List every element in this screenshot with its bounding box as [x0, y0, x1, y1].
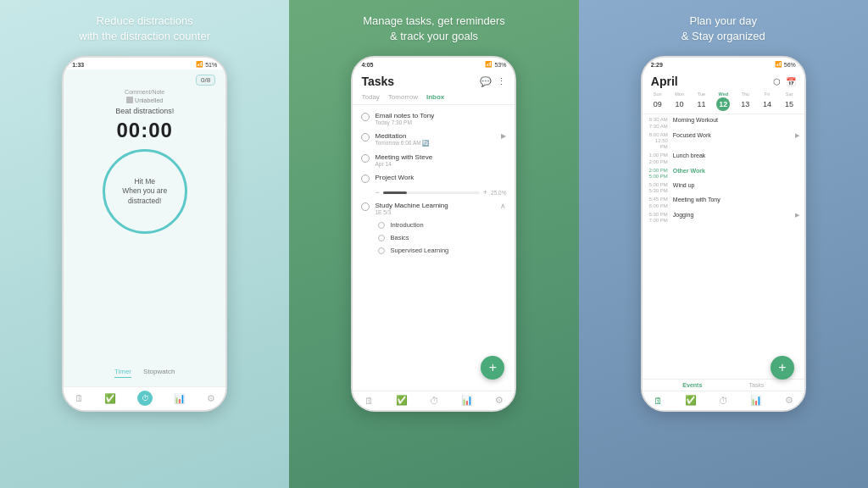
subtask-check-2[interactable] — [378, 235, 385, 241]
task-item-3[interactable]: Meeting with Steve Apr 14 — [353, 150, 515, 170]
tab-timer[interactable]: Timer — [114, 368, 131, 378]
task-item-study[interactable]: Study Machine Learning 1E 5/3 ∧ — [353, 198, 515, 219]
tab-inbox[interactable]: Inbox — [426, 93, 444, 101]
counter-badge: 0/8 — [196, 75, 215, 86]
cal-daynum-tue[interactable]: 11 — [694, 97, 708, 111]
subtask-check-3[interactable] — [378, 247, 385, 254]
task-item-2[interactable]: Meditation Tomorrow 6:00 AM 🔄 ▶ — [353, 129, 515, 150]
panel2-title: Manage tasks, get reminders & track your… — [363, 14, 505, 44]
cal-day-wed: Wed 12 — [713, 92, 733, 111]
nav-calendar-3[interactable]: 🗓 — [654, 396, 663, 406]
tab-today[interactable]: Today — [361, 93, 379, 101]
tasks-comment-icon[interactable]: 💬 — [480, 76, 492, 87]
task-check-4[interactable] — [361, 175, 370, 183]
status-signal-1: 📶 — [196, 61, 203, 68]
task-item-4[interactable]: Project Work — [353, 170, 515, 186]
note-label: Comment/Note — [125, 89, 164, 95]
task-check-2[interactable] — [361, 133, 370, 141]
nav-stats-2[interactable]: 📊 — [461, 395, 473, 406]
fab-3[interactable]: + — [771, 356, 794, 380]
cal-header: April ⬡ 📅 — [643, 69, 804, 90]
task-info-1: Email notes to Tony Today 7:30 PM — [375, 112, 506, 125]
circle-line1: Hit Me — [134, 177, 155, 187]
event-play-2[interactable]: ▶ — [795, 132, 799, 139]
subtask-introduction[interactable]: Introduction — [353, 219, 515, 231]
event-lunch: 1:00 PM2:00 PM Lunch break — [648, 152, 799, 164]
event-wind-up: 5:00 PM5:30 PM Wind up — [648, 182, 799, 194]
nav-stats-1[interactable]: 📊 — [174, 393, 186, 404]
event-time-2: 8:00 AM12:50 PM — [648, 132, 671, 151]
cal-daynum-mon[interactable]: 10 — [673, 97, 687, 111]
task-name-3: Meeting with Steve — [375, 153, 506, 161]
nav-calendar-1[interactable]: 🗓 — [75, 393, 84, 403]
tab-tomorrow[interactable]: Tomorrow — [388, 93, 418, 101]
nav-timer-active-1[interactable]: ⏱ — [137, 391, 153, 406]
cal-dayname-sun: Sun — [654, 92, 662, 97]
subtask-check-1[interactable] — [378, 222, 385, 229]
status-time-3: 2:29 — [651, 62, 663, 68]
tab-stopwatch[interactable]: Stopwatch — [143, 368, 175, 378]
tasks-tabs: Today Tomorrow Inbox — [353, 90, 515, 105]
cal-tab-events[interactable]: Events — [682, 382, 702, 388]
task-name-study: Study Machine Learning — [375, 202, 495, 209]
task-name-1: Email notes to Tony — [375, 112, 506, 119]
task-check-study[interactable] — [361, 202, 370, 211]
progress-minus[interactable]: − — [375, 188, 379, 197]
cal-day-sat: Sat 15 — [779, 92, 799, 111]
status-battery-3: 56% — [784, 62, 796, 68]
tasks-title: Tasks — [361, 75, 394, 88]
event-label-6: Meeting with Tony — [673, 197, 721, 202]
event-name-4: Other Work — [671, 168, 799, 174]
tasks-more-icon[interactable]: ⋮ — [497, 76, 506, 87]
cal-daynum-thu[interactable]: 13 — [738, 97, 752, 111]
task-item-1[interactable]: Email notes to Tony Today 7:30 PM — [353, 108, 515, 129]
cal-daynum-sat[interactable]: 15 — [782, 97, 796, 111]
nav-settings-3[interactable]: ⚙ — [785, 395, 793, 406]
screen2: Tasks 💬 ⋮ Today Tomorrow Inbox Email not… — [353, 69, 515, 391]
nav-timer-2[interactable]: ⏱ — [430, 396, 439, 406]
task-play-2[interactable]: ▶ — [501, 132, 506, 140]
nav-timer-3[interactable]: ⏱ — [719, 396, 728, 406]
subtask-basics[interactable]: Basics — [353, 231, 515, 244]
cal-day-mon: Mon 10 — [670, 92, 690, 111]
cal-day-thu: Thu 13 — [735, 92, 755, 111]
nav-settings-1[interactable]: ⚙ — [207, 393, 215, 404]
nav-timer-1[interactable]: ⏱ — [137, 391, 153, 406]
study-expand-icon[interactable]: ∧ — [500, 202, 506, 210]
task-check-1[interactable] — [361, 113, 370, 121]
timer-display: 00:00 — [116, 119, 172, 142]
progress-plus[interactable]: + — [483, 188, 487, 197]
status-time-2: 4:05 — [361, 62, 373, 68]
cal-daynum-sun[interactable]: 09 — [651, 97, 665, 111]
statusbar-2: 4:05 📶 53% — [353, 58, 515, 69]
event-time-3: 1:00 PM2:00 PM — [648, 152, 671, 164]
cal-expand-icon[interactable]: ⬡ — [773, 77, 781, 86]
nav-settings-2[interactable]: ⚙ — [495, 395, 504, 406]
cal-dayname-sat: Sat — [786, 92, 793, 97]
status-battery-1: 51% — [205, 62, 217, 68]
nav-tasks-1[interactable]: ✅ — [104, 393, 116, 404]
cal-daynum-wed[interactable]: 12 — [716, 97, 730, 111]
task-check-3[interactable] — [361, 154, 370, 163]
event-time-6: 5:45 PM6:00 PM — [648, 197, 671, 208]
nav-tasks-3[interactable]: ✅ — [685, 395, 697, 406]
cal-tab-tasks[interactable]: Tasks — [748, 382, 764, 388]
cal-icons: ⬡ 📅 — [773, 77, 796, 86]
event-label-1: Morning Workout — [673, 117, 718, 123]
subtask-name-3: Supervised Learning — [390, 247, 448, 254]
nav-tasks-2[interactable]: ✅ — [396, 395, 408, 406]
task-progress-4: − + 25.0% — [353, 186, 515, 198]
status-signal-2: 📶 — [485, 61, 492, 68]
distraction-button[interactable]: Hit Me When you are distracted! — [103, 149, 187, 234]
cal-day-tue: Tue 11 — [692, 92, 712, 111]
cal-daynum-fri[interactable]: 14 — [760, 97, 774, 111]
nav-calendar-2[interactable]: 🗓 — [364, 396, 374, 406]
cal-dayname-fri: Fri — [765, 92, 770, 97]
cal-grid-icon[interactable]: 📅 — [786, 77, 796, 86]
event-name-2: Focused Work ▶ — [671, 132, 799, 139]
event-play-7[interactable]: ▶ — [795, 212, 799, 219]
nav-stats-3[interactable]: 📊 — [750, 395, 762, 406]
status-time-1: 1:33 — [72, 62, 84, 68]
panel-calendar: Plan your day & Stay organized 2:29 📶 56… — [579, 0, 868, 488]
subtask-supervised[interactable]: Supervised Learning — [353, 244, 515, 257]
